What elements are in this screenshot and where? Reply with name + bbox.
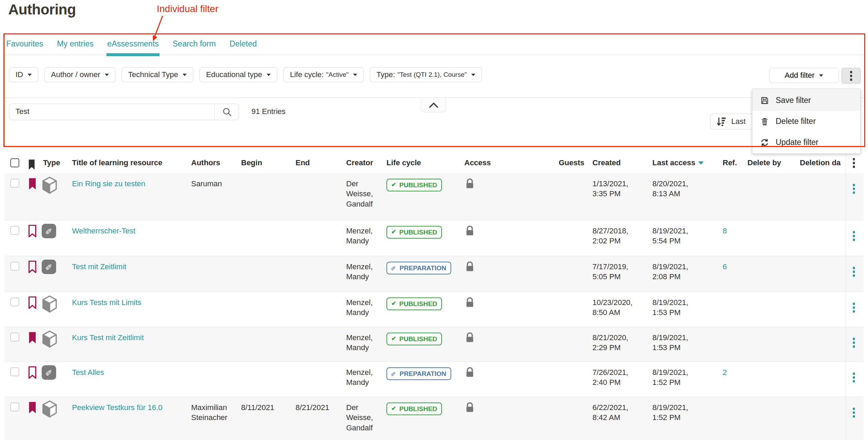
tab-search-form[interactable]: Search form: [172, 38, 216, 56]
col-header-ref[interactable]: Ref.: [719, 158, 744, 167]
col-header-lifecycle[interactable]: Life cycle: [383, 158, 461, 167]
ref-link[interactable]: 6: [723, 262, 727, 271]
ref-link[interactable]: 2: [723, 368, 727, 377]
menu-item-delete-filter[interactable]: Delete filter: [752, 111, 860, 132]
row-select-cell: [4, 256, 25, 292]
row-menu-cell: [846, 173, 864, 220]
row-guests-cell: [555, 327, 589, 362]
tab-favourites[interactable]: Favourites: [6, 38, 44, 56]
resource-title-link[interactable]: Ein Ring sie zu testen: [72, 179, 145, 188]
filter-settings-button[interactable]: [841, 68, 861, 84]
tab-deleted[interactable]: Deleted: [229, 38, 257, 56]
row-deletion-date-cell: [796, 256, 846, 292]
tab-label: Deleted: [229, 39, 257, 48]
bookmark-outline-icon[interactable]: [28, 232, 37, 238]
last-access-value: 8/20/2021, 8:13 AM: [652, 179, 688, 198]
filter-chip-technical-type[interactable]: Technical Type: [122, 67, 193, 82]
select-all-checkbox[interactable]: [10, 158, 19, 167]
check-icon: ✔: [391, 181, 396, 189]
bookmark-icon: [28, 159, 36, 170]
col-header-begin[interactable]: Begin: [238, 158, 292, 167]
row-lifecycle-cell: ✔PUBLISHED: [383, 173, 461, 220]
lifecycle-badge: ✎PREPARATION: [386, 367, 451, 380]
col-header-delete-by[interactable]: Delete by: [744, 158, 796, 167]
row-deletion-date-cell: [796, 292, 846, 327]
caret-down-icon: [267, 74, 271, 76]
caret-down-icon: [183, 74, 187, 76]
lifecycle-label: PREPARATION: [400, 369, 446, 378]
course-icon: [42, 189, 58, 195]
col-header-end[interactable]: End: [292, 158, 343, 167]
tab-my-entries[interactable]: My entries: [56, 38, 94, 56]
row-menu-button[interactable]: [853, 373, 855, 383]
col-header-authors[interactable]: Authors: [188, 158, 238, 167]
collapse-filters-button[interactable]: [421, 98, 446, 112]
last-access-value: 8/19/2021, 5:54 PM: [652, 227, 688, 245]
add-filter-button[interactable]: Add filter: [769, 68, 839, 83]
col-header-last-access[interactable]: Last access: [649, 158, 719, 167]
ref-link[interactable]: 8: [723, 227, 727, 235]
creator-value: Menzel, Mandy: [346, 298, 373, 317]
table-settings-button[interactable]: [853, 158, 855, 168]
select-all-cell: [4, 158, 25, 167]
filter-chip-id[interactable]: ID: [9, 67, 38, 82]
row-checkbox[interactable]: [10, 226, 19, 235]
filter-chip-author-owner[interactable]: Author / owner: [44, 67, 115, 82]
row-lifecycle-cell: ✔PUBLISHED: [383, 397, 461, 440]
row-menu-button[interactable]: [853, 338, 855, 348]
search-button[interactable]: [215, 104, 239, 120]
bookmark-filled-icon[interactable]: [28, 409, 37, 415]
row-checkbox[interactable]: [10, 262, 19, 271]
tab-eassessments[interactable]: eAssessments: [106, 38, 159, 56]
filter-chip-educational-type[interactable]: Educational type: [199, 67, 277, 82]
col-header-created[interactable]: Created: [589, 158, 649, 167]
row-created-cell: 6/22/2021, 8:42 AM: [589, 397, 649, 440]
resource-title-link[interactable]: Kurs Test mit Zeitlimit: [72, 333, 144, 342]
row-checkbox[interactable]: [10, 297, 19, 306]
row-checkbox[interactable]: [10, 333, 19, 342]
resource-title-link[interactable]: Test mit Zeitlimit: [72, 262, 126, 271]
col-header-guests[interactable]: Guests: [555, 158, 589, 167]
filter-chip-label: Technical Type: [128, 70, 178, 79]
bookmark-outline-icon[interactable]: [28, 374, 37, 380]
resource-title-link[interactable]: Kurs Tests mit Limits: [72, 298, 141, 307]
bookmark-outline-icon[interactable]: [28, 268, 37, 274]
row-checkbox[interactable]: [10, 179, 19, 188]
row-deletion-date-cell: [796, 397, 846, 440]
resource-title-link[interactable]: Weltherrscher-Test: [72, 227, 135, 235]
row-menu-button[interactable]: [853, 231, 855, 241]
row-select-cell: [4, 220, 25, 256]
search-input[interactable]: [9, 104, 215, 119]
col-header-type[interactable]: Type: [40, 158, 69, 167]
menu-item-update-filter[interactable]: Update filter: [752, 132, 860, 153]
filter-chip-type[interactable]: Type:"Test (QTI 2.1), Course": [370, 67, 482, 82]
row-created-cell: 8/21/2020, 2:29 PM: [589, 327, 649, 362]
row-begin-cell: [238, 327, 292, 362]
resource-title-link[interactable]: Peekview Testkurs für 16.0: [72, 403, 163, 412]
lock-icon: [465, 266, 475, 274]
row-checkbox[interactable]: [10, 402, 19, 411]
row-menu-button[interactable]: [853, 267, 855, 277]
row-authors-cell: [188, 292, 238, 327]
table-body: Ein Ring sie zu testenSarumanDer Weisse,…: [4, 173, 864, 440]
tab-bar: FavouritesMy entrieseAssessmentsSearch f…: [6, 38, 270, 56]
col-header-access[interactable]: Access: [461, 158, 555, 167]
row-begin-cell: [238, 292, 292, 327]
row-menu-button[interactable]: [853, 184, 855, 194]
bookmark-column-header: [25, 155, 40, 171]
filter-chip-life-cycle[interactable]: Life cycle:"Active": [283, 67, 364, 82]
row-menu-button[interactable]: [853, 303, 855, 313]
resource-title-link[interactable]: Test Alles: [72, 368, 104, 377]
row-menu-button[interactable]: [853, 408, 855, 418]
row-created-cell: 10/23/2020, 8:50 AM: [589, 292, 649, 327]
row-bookmark-cell: [25, 292, 40, 327]
row-last-access-cell: 8/19/2021, 1:53 PM: [649, 327, 719, 362]
bookmark-filled-icon[interactable]: [28, 185, 37, 191]
menu-item-save-filter[interactable]: Save filter: [752, 90, 860, 111]
bookmark-filled-icon[interactable]: [28, 339, 37, 345]
row-checkbox[interactable]: [10, 367, 19, 376]
col-header-creator[interactable]: Creator: [343, 158, 383, 167]
col-header-title[interactable]: Title of learning resource: [69, 158, 188, 167]
col-header-deletion-date[interactable]: Deletion da: [796, 158, 846, 167]
bookmark-outline-icon[interactable]: [28, 304, 37, 310]
